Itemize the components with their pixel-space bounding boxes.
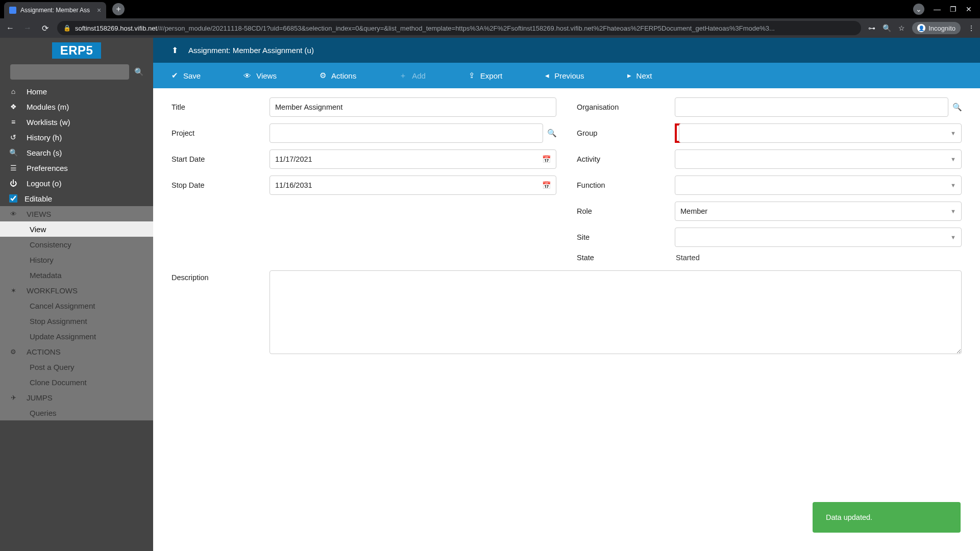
export-button[interactable]: ⇪Export — [469, 71, 502, 80]
row-role: Role Member▼ — [577, 202, 962, 221]
row-project: Project 🔍 — [172, 123, 556, 143]
lock-icon: 🔒 — [63, 24, 71, 32]
activity-select[interactable]: ▼ — [675, 149, 962, 169]
editable-checkbox[interactable] — [9, 194, 17, 203]
sidebar: ERP5 🔍 ⌂Home ❖Modules (m) ≡Worklists (w)… — [0, 38, 153, 551]
forward-button: → — [22, 23, 33, 33]
url-path: /#/person_module/20211118-58CD/1?uid=668… — [157, 24, 775, 32]
title-label: Title — [172, 103, 270, 111]
sidebar-workflow-stop[interactable]: Stop Assignment — [0, 313, 153, 329]
role-select[interactable]: Member▼ — [675, 202, 962, 221]
organisation-input[interactable] — [675, 97, 948, 117]
kebab-menu-icon[interactable]: ⋮ — [968, 24, 975, 32]
state-label: State — [577, 254, 675, 262]
search-icon[interactable]: 🔍 — [952, 103, 962, 112]
site-select[interactable]: ▼ — [675, 228, 962, 247]
save-button[interactable]: ✔Save — [172, 71, 201, 80]
calendar-icon[interactable]: 📅 — [542, 155, 551, 163]
sidebar-item-logout[interactable]: ⏻Logout (o) — [0, 176, 153, 191]
search-icon[interactable]: 🔍 — [547, 129, 556, 138]
sidebar-item-editable[interactable]: Editable — [0, 191, 153, 206]
incognito-badge[interactable]: 👤 Incognito — [912, 22, 961, 34]
bookmark-icon[interactable]: ☆ — [898, 24, 905, 32]
title-input[interactable]: Member Assignment — [270, 97, 556, 117]
tab-close-icon[interactable]: × — [97, 6, 101, 14]
reload-button[interactable]: ⟳ — [40, 23, 50, 33]
sidebar-item-modules[interactable]: ❖Modules (m) — [0, 99, 153, 114]
eye-icon: 👁 — [9, 210, 17, 218]
sidebar-jump-queries[interactable]: Queries — [0, 405, 153, 420]
close-window-icon[interactable]: ✕ — [966, 5, 972, 13]
btn-label: Export — [480, 71, 502, 80]
section-label: VIEWS — [27, 210, 51, 218]
next-button[interactable]: ▸Next — [627, 71, 652, 80]
tab-title: Assignment: Member Ass — [20, 7, 90, 14]
project-input[interactable] — [270, 123, 543, 143]
puzzle-icon: ❖ — [9, 103, 17, 111]
sidebar-item-history[interactable]: ↺History (h) — [0, 130, 153, 145]
browser-tab[interactable]: Assignment: Member Ass × — [4, 2, 106, 18]
back-button[interactable]: ← — [5, 23, 15, 33]
profile-icon[interactable]: ⌄ — [913, 4, 924, 15]
views-button[interactable]: 👁Views — [243, 71, 277, 80]
section-label: JUMPS — [27, 393, 53, 402]
key-icon[interactable]: ⊶ — [868, 24, 875, 32]
add-button: ＋Add — [399, 71, 426, 81]
sidebar-view-consistency[interactable]: Consistency — [0, 237, 153, 252]
sidebar-item-search[interactable]: 🔍Search (s) — [0, 145, 153, 160]
sidebar-action-clone[interactable]: Clone Document — [0, 374, 153, 390]
sidebar-workflow-update[interactable]: Update Assignment — [0, 329, 153, 344]
erp5-logo[interactable]: ERP5 — [52, 42, 102, 59]
actions-button[interactable]: ⚙Actions — [320, 71, 356, 80]
sidebar-view-metadata[interactable]: Metadata — [0, 267, 153, 283]
stop-date-input[interactable]: 11/16/2031📅 — [270, 176, 556, 195]
sidebar-item-home[interactable]: ⌂Home — [0, 84, 153, 99]
up-icon[interactable]: ⬆ — [172, 45, 178, 55]
chevron-down-icon: ▼ — [950, 130, 956, 136]
view-label: History — [30, 256, 54, 264]
group-select[interactable]: ▼ — [679, 123, 962, 143]
sidebar-action-post-query[interactable]: Post a Query — [0, 359, 153, 374]
btn-label: Next — [636, 71, 652, 80]
btn-label: Previous — [554, 71, 584, 80]
browser-chrome: Assignment: Member Ass × + ⌄ — ❐ ✕ ← → ⟳… — [0, 0, 980, 38]
page-title: Assignment: Member Assignment (u) — [188, 46, 314, 55]
maximize-icon[interactable]: ❐ — [950, 5, 957, 13]
action-label: Clone Document — [30, 378, 87, 387]
row-description: Description — [172, 270, 962, 354]
description-textarea[interactable] — [270, 270, 962, 354]
start-date-input[interactable]: 11/17/2021📅 — [270, 149, 556, 169]
role-value: Member — [680, 207, 707, 215]
calendar-icon[interactable]: 📅 — [542, 181, 551, 189]
workflow-label: Cancel Assignment — [30, 302, 95, 310]
shuffle-icon: ✶ — [9, 287, 17, 294]
activity-label: Activity — [577, 155, 675, 163]
row-stop-date: Stop Date 11/16/2031📅 — [172, 176, 556, 195]
function-label: Function — [577, 181, 675, 189]
sidebar-item-preferences[interactable]: ☰Preferences — [0, 160, 153, 176]
minimize-icon[interactable]: — — [934, 5, 941, 13]
gears-icon: ⚙ — [320, 71, 326, 80]
search-icon[interactable]: 🔍 — [134, 67, 144, 77]
sidebar-view-view[interactable]: View — [0, 221, 153, 237]
export-icon: ⇪ — [469, 71, 475, 80]
sidebar-workflow-cancel[interactable]: Cancel Assignment — [0, 298, 153, 313]
sidebar-view-history[interactable]: History — [0, 252, 153, 267]
plane-icon: ✈ — [9, 394, 17, 402]
zoom-icon[interactable]: 🔍 — [883, 24, 891, 32]
url-input[interactable]: 🔒 softinst158269.host.vifib.net/#/person… — [57, 21, 861, 35]
form: Title Member Assignment Project 🔍 Start … — [153, 88, 980, 363]
stop-date-label: Stop Date — [172, 181, 270, 189]
sidebar-label: Worklists (w) — [27, 118, 70, 127]
sliders-icon: ☰ — [9, 164, 17, 172]
sidebar-item-worklists[interactable]: ≡Worklists (w) — [0, 114, 153, 130]
previous-button[interactable]: ◂Previous — [545, 71, 584, 80]
url-host: softinst158269.host.vifib.net — [75, 24, 157, 32]
site-label: Site — [577, 233, 675, 241]
sidebar-search-input[interactable] — [10, 64, 129, 80]
new-tab-button[interactable]: + — [112, 3, 125, 15]
row-state: State Started — [577, 254, 962, 262]
sidebar-section-actions: ⚙ACTIONS — [0, 344, 153, 359]
function-select[interactable]: ▼ — [675, 176, 962, 195]
btn-label: Actions — [331, 71, 356, 80]
